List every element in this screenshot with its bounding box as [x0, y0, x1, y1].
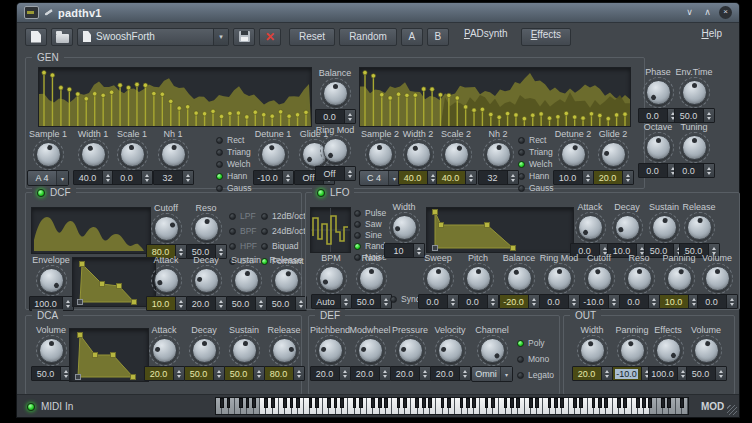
dcf-reso-knob[interactable]: [194, 216, 219, 241]
piano-black-key[interactable]: [220, 398, 224, 408]
spin-arrows[interactable]: [601, 367, 612, 380]
envtime-knob[interactable]: [682, 80, 707, 105]
spin-arrows[interactable]: [703, 109, 714, 122]
spin-arrows[interactable]: [608, 295, 619, 308]
dcf-cutoff-knob[interactable]: [154, 216, 179, 241]
detune2-spinbox[interactable]: 10.0: [553, 170, 594, 185]
dcf-decay-spinbox[interactable]: 20.0: [186, 296, 227, 311]
piano-black-key[interactable]: [353, 398, 357, 408]
scale1-knob[interactable]: [120, 142, 145, 167]
spin-arrows[interactable]: [215, 297, 226, 310]
octave-knob[interactable]: [646, 135, 671, 160]
scale2-knob[interactable]: [444, 142, 469, 167]
shape1-welch-radio[interactable]: Welch: [216, 159, 252, 169]
out-volume-spinbox[interactable]: 50.0: [686, 366, 727, 381]
out-width-knob[interactable]: [580, 338, 605, 363]
spin-arrows[interactable]: [582, 171, 593, 184]
piano-black-key[interactable]: [579, 398, 583, 408]
piano-black-key[interactable]: [617, 398, 621, 408]
lfo-release-knob[interactable]: [687, 215, 712, 240]
maximize-button[interactable]: ∧: [701, 6, 714, 19]
nh1-spinbox[interactable]: 32: [153, 170, 194, 185]
gen-balance-spinbox[interactable]: 0.0: [315, 109, 356, 124]
piano-black-key[interactable]: [371, 398, 375, 408]
help-button[interactable]: Help: [692, 28, 731, 46]
mono-radio[interactable]: Mono: [517, 354, 554, 364]
spin-arrows[interactable]: [293, 367, 304, 380]
spin-arrows[interactable]: [380, 295, 391, 308]
width2-spinbox[interactable]: 40.0: [398, 170, 439, 185]
piano-black-key[interactable]: [516, 398, 520, 408]
piano-black-key[interactable]: [529, 398, 533, 408]
out-volume-knob[interactable]: [694, 338, 719, 363]
dca-volume-spinbox[interactable]: 50.0: [31, 366, 72, 381]
piano-black-key[interactable]: [648, 398, 652, 408]
piano-black-key[interactable]: [460, 398, 464, 408]
shape1-hann-radio[interactable]: Hann: [216, 171, 252, 181]
shape1-rect-radio[interactable]: Rect: [216, 135, 252, 145]
filter-response-display[interactable]: [31, 207, 151, 254]
dcf-attack-spinbox[interactable]: 10.0: [146, 296, 187, 311]
lfo-sweep-spinbox[interactable]: 0.0: [418, 294, 459, 309]
spin-arrows[interactable]: [102, 171, 113, 184]
shape1-triang-radio[interactable]: Triang: [216, 147, 252, 157]
shape2-hann-radio[interactable]: Hann: [518, 171, 554, 181]
sample2-select[interactable]: C 4▾: [359, 170, 401, 186]
octave-spinbox[interactable]: 0.0: [638, 163, 679, 178]
piano-black-key[interactable]: [378, 398, 382, 408]
channel-select[interactable]: Omni▾: [471, 366, 513, 382]
piano-black-key[interactable]: [415, 398, 419, 408]
spin-arrows[interactable]: [344, 167, 355, 180]
spin-arrows[interactable]: [379, 367, 390, 380]
piano-black-key[interactable]: [340, 398, 344, 408]
spin-arrows[interactable]: [340, 295, 351, 308]
piano-black-key[interactable]: [504, 398, 508, 408]
spin-arrows[interactable]: [282, 171, 293, 184]
lfo-sustain-knob[interactable]: [652, 215, 677, 240]
tuning-spinbox[interactable]: 0.0: [674, 163, 715, 178]
piano-black-key[interactable]: [334, 398, 338, 408]
piano-black-key[interactable]: [384, 398, 388, 408]
lfo-sine-radio[interactable]: Sine: [354, 230, 387, 240]
dcf-envelope-display[interactable]: [72, 257, 156, 307]
lfo-cutoff-knob[interactable]: [587, 266, 612, 291]
spin-arrows[interactable]: [182, 171, 193, 184]
piano-black-key[interactable]: [315, 398, 319, 408]
lfo-envelope-display[interactable]: [426, 207, 574, 253]
lfo-width-knob[interactable]: [392, 215, 417, 240]
piano-black-key[interactable]: [271, 398, 275, 408]
effects-button[interactable]: Effects: [521, 28, 571, 46]
spin-arrows[interactable]: [253, 367, 264, 380]
phase-spinbox[interactable]: 0.0: [638, 108, 679, 123]
piano-black-key[interactable]: [441, 398, 445, 408]
piano-black-key[interactable]: [680, 398, 684, 408]
dca-envelope-display[interactable]: [69, 328, 149, 382]
piano-black-key[interactable]: [548, 398, 552, 408]
out-effects-knob[interactable]: [656, 338, 681, 363]
spin-arrows[interactable]: [726, 295, 737, 308]
spin-arrows[interactable]: [507, 171, 518, 184]
nh1-knob[interactable]: [161, 142, 186, 167]
spin-arrows[interactable]: [173, 367, 184, 380]
pitchbend-knob[interactable]: [318, 338, 343, 363]
piano-black-key[interactable]: [227, 398, 231, 408]
dcf-power-led[interactable]: [37, 189, 45, 197]
lfo-volume-spinbox[interactable]: 0.0: [697, 294, 738, 309]
dca-decay-knob[interactable]: [192, 338, 217, 363]
piano-black-key[interactable]: [246, 398, 250, 408]
piano-black-key[interactable]: [428, 398, 432, 408]
piano-black-key[interactable]: [397, 398, 401, 408]
lfo-pitch-spinbox[interactable]: 0.0: [458, 294, 499, 309]
lfo-ringmod-spinbox[interactable]: 0.0: [539, 294, 580, 309]
mod-label[interactable]: MOD: [701, 401, 724, 412]
piano-black-key[interactable]: [510, 398, 514, 408]
lfo-bpm-knob[interactable]: [319, 266, 344, 291]
piano-black-key[interactable]: [422, 398, 426, 408]
piano-black-key[interactable]: [560, 398, 564, 408]
modwheel-knob[interactable]: [358, 338, 383, 363]
dcf-release-knob[interactable]: [274, 268, 299, 293]
piano-black-key[interactable]: [264, 398, 268, 408]
lfo-pitch-knob[interactable]: [466, 266, 491, 291]
harmonics-display-1[interactable]: [38, 67, 312, 127]
pitchbend-spinbox[interactable]: 20.0: [310, 366, 351, 381]
